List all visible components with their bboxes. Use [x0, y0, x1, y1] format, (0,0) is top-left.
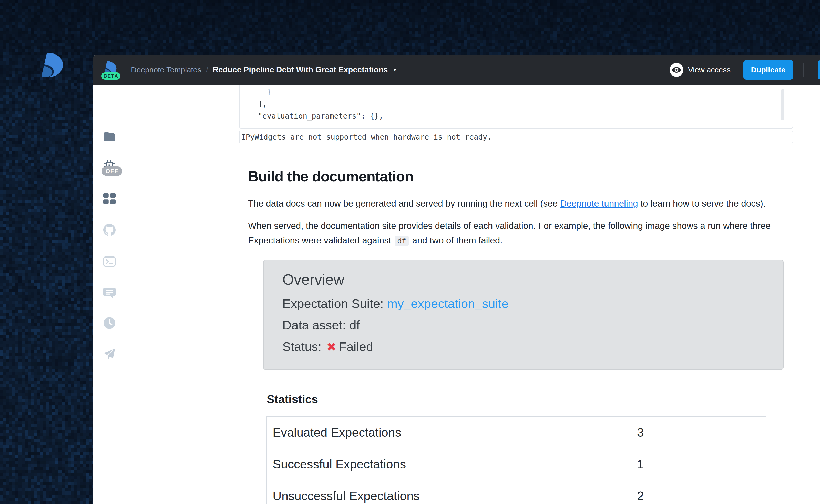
overview-image-panel: Overview Expectation Suite: my_expectati…: [263, 260, 784, 370]
row-value-cell: 2: [631, 480, 766, 504]
suite-line: Expectation Suite: my_expectation_suite: [282, 296, 509, 311]
machine-off-badge: OFF: [102, 166, 122, 176]
apps-grid-icon[interactable]: [103, 192, 115, 205]
row-value-cell: 3: [631, 417, 766, 448]
paragraph-2-text: When served, the documentation site prov…: [248, 221, 771, 245]
section-heading: Build the documentation: [248, 168, 413, 185]
row-value-cell: 1: [631, 448, 766, 480]
view-access-button[interactable]: View access: [688, 66, 731, 74]
deepnote-logo: BETA: [102, 55, 121, 85]
breadcrumb-deepnote-templates[interactable]: Deepnote Templates: [131, 66, 201, 74]
code-line: }: [240, 86, 793, 98]
status-line: Status: ✖Failed: [282, 339, 373, 354]
row-label-cell: Evaluated Expectations: [267, 417, 631, 448]
table-row: Unsuccessful Expectations 2: [267, 480, 766, 504]
files-icon[interactable]: [103, 131, 115, 143]
deepnote-desktop-logo: [40, 52, 66, 78]
edge-button-sliver[interactable]: [818, 60, 820, 79]
send-icon[interactable]: [103, 348, 115, 360]
duplicate-button[interactable]: Duplicate: [743, 60, 793, 80]
statistics-table: Evaluated Expectations 3 Successful Expe…: [267, 416, 766, 504]
terminal-icon[interactable]: [103, 255, 115, 268]
machine-icon[interactable]: OFF: [103, 159, 115, 171]
inline-code-df: df: [395, 236, 409, 246]
history-clock-icon[interactable]: [103, 317, 115, 329]
app-window: BETA Deepnote Templates / Reduce Pipelin…: [93, 55, 820, 504]
notebook-title[interactable]: Reduce Pipeline Debt With Great Expectat…: [213, 65, 388, 74]
deepnote-tunneling-link[interactable]: Deepnote tunneling: [560, 198, 638, 208]
breadcrumb-separator: /: [206, 66, 208, 74]
code-line: ],: [240, 98, 793, 110]
statistics-heading: Statistics: [267, 393, 318, 406]
status-label: Status:: [282, 340, 325, 353]
paragraph-1-text: The data docs can now be generated and s…: [248, 198, 560, 208]
warning-output-block: IPyWidgets are not supported when hardwa…: [239, 131, 793, 143]
output-scrollbar[interactable]: [781, 89, 784, 120]
paragraph-1: The data docs can now be generated and s…: [248, 196, 766, 211]
asset-line: Data asset: df: [282, 318, 360, 332]
suite-link[interactable]: my_expectation_suite: [387, 297, 509, 310]
code-output-block: } ], "evaluation_parameters": {},: [239, 85, 793, 129]
row-label-cell: Successful Expectations: [267, 448, 631, 480]
beta-badge: BETA: [101, 72, 121, 80]
row-label-cell: Unsuccessful Expectations: [267, 480, 631, 504]
paragraph-2: When served, the documentation site prov…: [248, 218, 791, 248]
paragraph-1-text-after: to learn how to serve the docs).: [638, 198, 766, 208]
status-value: Failed: [339, 340, 373, 353]
github-icon[interactable]: [103, 224, 115, 236]
status-failed-icon: ✖: [327, 340, 337, 353]
paragraph-2-text-after: and two of them failed.: [410, 235, 502, 245]
eye-icon: [670, 63, 684, 77]
table-row: Successful Expectations 1: [267, 448, 766, 480]
table-row: Evaluated Expectations 3: [267, 417, 766, 448]
topbar-divider: [803, 63, 804, 77]
code-line: "evaluation_parameters": {},: [240, 110, 793, 122]
topbar: BETA Deepnote Templates / Reduce Pipelin…: [93, 55, 820, 85]
comments-icon[interactable]: [103, 287, 115, 299]
suite-label: Expectation Suite:: [282, 297, 387, 310]
overview-title: Overview: [282, 271, 344, 288]
title-dropdown-caret[interactable]: ▼: [393, 67, 397, 73]
warning-text: IPyWidgets are not supported when hardwa…: [240, 133, 492, 141]
